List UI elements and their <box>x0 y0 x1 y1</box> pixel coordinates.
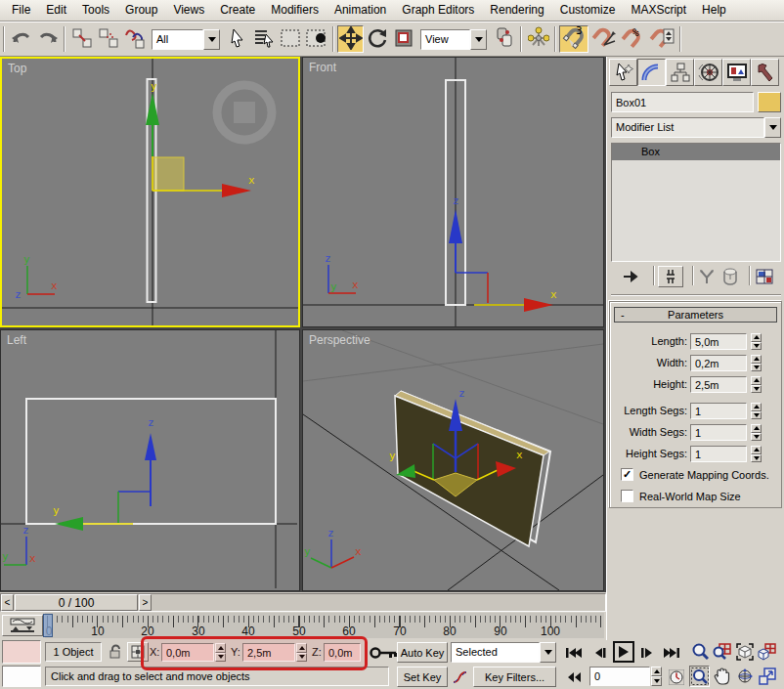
select-by-name-button[interactable] <box>250 25 277 53</box>
param-field-width-segs[interactable] <box>690 424 747 441</box>
zoom-all-button[interactable] <box>712 641 732 663</box>
tab-hierarchy[interactable] <box>666 59 694 86</box>
y-coordinate-spinner[interactable] <box>296 643 308 662</box>
z-coordinate-field[interactable] <box>324 643 361 662</box>
angle-snap-toggle-button[interactable] <box>588 25 618 53</box>
menu-customize[interactable]: Customize <box>552 0 624 21</box>
move-gizmo[interactable]: z y <box>53 416 156 531</box>
select-and-link-button[interactable] <box>68 25 95 53</box>
undo-button[interactable] <box>8 25 34 53</box>
zoom-extents-button[interactable] <box>734 641 755 663</box>
set-keys-button[interactable] <box>370 646 397 662</box>
key-filters-button[interactable]: Key Filters... <box>473 667 556 687</box>
menu-edit[interactable]: Edit <box>38 0 74 21</box>
absolute-offset-mode-button[interactable] <box>127 642 149 662</box>
select-and-scale-button[interactable] <box>390 25 416 53</box>
tab-modify[interactable] <box>637 59 666 86</box>
time-slider-next-button[interactable]: > <box>139 594 152 611</box>
y-coordinate-field[interactable] <box>242 643 295 662</box>
dropdown-arrow-icon[interactable] <box>470 29 487 50</box>
viewport-left[interactable]: Left z y z <box>0 329 300 591</box>
make-unique-button[interactable] <box>695 266 719 287</box>
viewport-top[interactable]: Top y x <box>0 57 300 327</box>
menu-views[interactable]: Views <box>165 0 212 21</box>
menu-rendering[interactable]: Rendering <box>482 0 551 21</box>
current-frame-field[interactable] <box>589 667 650 686</box>
real-world-map-size-checkbox[interactable] <box>621 490 633 502</box>
menu-maxscript[interactable]: MAXScript <box>623 0 694 21</box>
param-spinner-width[interactable] <box>751 355 762 371</box>
menu-modifiers[interactable]: Modifiers <box>263 0 327 21</box>
window-crossing-toggle-button[interactable] <box>303 25 329 53</box>
go-to-end-button[interactable] <box>661 642 682 663</box>
select-and-manipulate-button[interactable] <box>525 25 551 53</box>
selection-filter-dropdown[interactable]: All <box>152 29 220 50</box>
zoom-button[interactable] <box>689 641 710 663</box>
pin-stack-button[interactable] <box>619 266 644 287</box>
bind-to-space-warp-button[interactable] <box>121 25 148 53</box>
configure-modifier-sets-button[interactable] <box>752 266 777 287</box>
menu-group[interactable]: Group <box>117 0 165 21</box>
tab-utilities[interactable] <box>751 59 779 86</box>
viewport-perspective[interactable]: Perspective <box>302 329 604 591</box>
reference-coordinate-system-dropdown[interactable]: View <box>420 29 487 50</box>
maxscript-mini-listener-script[interactable] <box>2 666 41 687</box>
viewport-top-canvas[interactable]: y x y z x <box>2 59 298 325</box>
x-coordinate-spinner[interactable] <box>215 643 227 662</box>
param-spinner-length[interactable] <box>751 333 762 350</box>
param-field-length[interactable] <box>690 333 747 350</box>
spinner-snap-toggle-button[interactable] <box>647 25 676 53</box>
percent-snap-toggle-button[interactable]: % <box>618 25 647 53</box>
menu-file[interactable]: File <box>4 0 38 21</box>
selection-lock-button[interactable] <box>106 642 125 662</box>
object-name-field[interactable] <box>611 92 754 112</box>
zoom-region-button[interactable] <box>689 666 710 687</box>
set-key-button[interactable]: Set Key <box>397 667 448 687</box>
dropdown-arrow-icon[interactable] <box>203 29 220 50</box>
tab-create[interactable] <box>609 59 637 86</box>
redo-button[interactable] <box>34 25 61 53</box>
tab-motion[interactable] <box>694 59 722 86</box>
track-bar-ruler[interactable]: 0 10 20 30 40 50 60 70 80 90 100 <box>45 613 604 638</box>
dropdown-arrow-icon[interactable] <box>764 117 781 138</box>
param-field-length-segs[interactable] <box>690 403 747 419</box>
rollout-collapse-icon[interactable]: - <box>621 309 625 321</box>
menu-animation[interactable]: Animation <box>327 0 394 21</box>
param-spinner-height[interactable] <box>751 376 762 393</box>
rectangular-selection-region-button[interactable] <box>277 25 303 53</box>
viewport-front-canvas[interactable]: z x z y x <box>303 58 603 326</box>
param-field-height-segs[interactable] <box>690 446 747 462</box>
select-and-rotate-button[interactable] <box>364 25 390 53</box>
maxscript-mini-listener-macro[interactable] <box>2 640 41 664</box>
pan-button[interactable] <box>712 666 732 687</box>
parameters-rollout-header[interactable]: - Parameters <box>614 307 777 323</box>
menu-graph-editors[interactable]: Graph Editors <box>394 0 482 21</box>
time-configuration-button[interactable] <box>667 667 685 687</box>
play-button[interactable] <box>613 641 634 663</box>
time-slider-prev-button[interactable]: < <box>1 594 14 611</box>
x-coordinate-field[interactable] <box>161 643 214 662</box>
generate-mapping-coords-checkbox[interactable]: ✓ <box>621 468 633 481</box>
stack-item-box[interactable]: Box <box>612 144 780 160</box>
dropdown-arrow-icon[interactable] <box>540 642 556 663</box>
box-object-perspective[interactable] <box>395 391 550 546</box>
unlink-selection-button[interactable] <box>95 25 121 53</box>
arc-rotate-button[interactable] <box>734 666 755 687</box>
select-object-button[interactable] <box>224 25 250 53</box>
snaps-toggle-button[interactable]: 3 <box>559 25 588 53</box>
selection-set-dropdown[interactable]: Selected <box>451 642 556 663</box>
zoom-extents-all-button[interactable] <box>757 641 777 663</box>
menu-create[interactable]: Create <box>212 0 263 21</box>
viewport-perspective-canvas[interactable]: z y x z y x <box>303 330 603 590</box>
object-color-swatch[interactable] <box>758 92 781 112</box>
param-spinner-width-segs[interactable] <box>751 424 762 441</box>
viewport-left-canvas[interactable]: z y z y x <box>1 330 297 588</box>
modifier-list-dropdown[interactable]: Modifier List <box>611 117 781 138</box>
go-to-start-button[interactable] <box>563 642 585 663</box>
use-pivot-point-center-button[interactable] <box>491 25 517 53</box>
menu-help[interactable]: Help <box>694 0 734 21</box>
next-frame-button[interactable] <box>637 642 657 663</box>
remove-modifier-button[interactable] <box>719 266 742 287</box>
show-end-result-button[interactable] <box>658 266 683 287</box>
viewport-front[interactable]: Front z x z <box>302 57 604 327</box>
